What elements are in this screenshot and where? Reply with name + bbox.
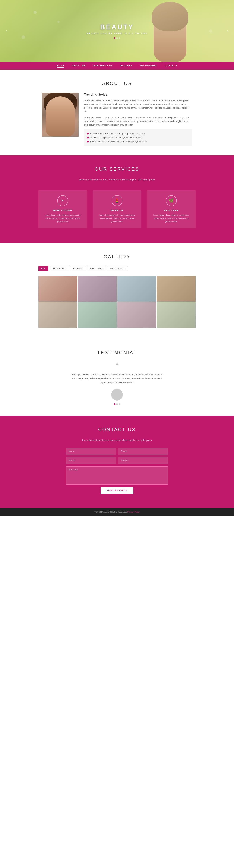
- testimonial-dots: [57, 403, 177, 405]
- gallery-item-4[interactable]: [157, 276, 196, 302]
- gallery-item-1[interactable]: [38, 276, 77, 302]
- testimonial-title: TESTIMONIAL: [57, 350, 177, 355]
- filter-makeover[interactable]: MAKE OVER: [87, 266, 106, 271]
- gallery-item-8[interactable]: [157, 302, 196, 328]
- contact-name-input[interactable]: [66, 448, 116, 455]
- about-para1: Lorem ipsum dolor sit amet, quis mea vol…: [84, 99, 192, 114]
- nav-item-services[interactable]: OUR SERVICES: [93, 64, 113, 68]
- filter-hairstyle[interactable]: HAIR STYLE: [50, 266, 69, 271]
- bullet-icon-2: [87, 137, 89, 138]
- contact-phone-input[interactable]: [66, 457, 116, 464]
- contact-row-2: [66, 457, 168, 464]
- gallery-item-3[interactable]: [118, 276, 156, 302]
- about-image: [42, 93, 79, 136]
- filter-naturespa[interactable]: NATURE SPA: [108, 266, 128, 271]
- testimonial-dot-1[interactable]: [114, 403, 115, 405]
- nav-item-contact[interactable]: CONTACT: [165, 64, 177, 68]
- about-list-item-3: Ipsum dolor sit amet, consectetur Morbi …: [87, 140, 189, 144]
- nav-item-testimonial[interactable]: TESTIMONIAL: [140, 64, 158, 68]
- service-title-2: Make Up: [96, 209, 138, 212]
- nav-item-home[interactable]: HOME: [57, 64, 64, 68]
- scissors-icon: ✂: [57, 195, 68, 206]
- service-card-3: 🌿 Skin Care Lorem ipsum dolor sit amet, …: [147, 190, 196, 228]
- services-subtitle: Lorem ipsum dolor sit amet, consectetur …: [4, 179, 230, 181]
- contact-submit-button[interactable]: SEND MESSAGE: [101, 487, 133, 494]
- bullet-icon-3: [87, 141, 89, 143]
- about-list-item-2: Sagittis, sem quis lacinia faucibus, orc…: [87, 136, 189, 140]
- services-grid: ✂ Hair Styling Lorem ipsum dolor sit ame…: [38, 190, 196, 228]
- hero-title: BEAUTY: [86, 23, 147, 31]
- gallery-item-2[interactable]: [78, 276, 116, 302]
- hero-dot-3[interactable]: [119, 37, 120, 39]
- service-title-3: Skin Care: [151, 209, 192, 212]
- service-desc-2: Lorem ipsum dolor sit amet, consectetur …: [96, 214, 138, 223]
- contact-section: CONTACT US Lorem ipsum dolor sit amet, c…: [0, 416, 234, 508]
- contact-subject-input[interactable]: [118, 457, 168, 464]
- nav-item-about[interactable]: ABOUT ME: [72, 64, 85, 68]
- service-card-2: 💄 Make Up Lorem ipsum dolor sit amet, co…: [93, 190, 141, 228]
- about-section: ABOUT US Trending Styles Lorem ipsum dol…: [0, 70, 234, 155]
- service-card-1: ✂ Hair Styling Lorem ipsum dolor sit ame…: [38, 190, 87, 228]
- about-text: Trending Styles Lorem ipsum dolor sit am…: [84, 93, 192, 146]
- contact-form: SEND MESSAGE: [66, 448, 168, 494]
- gallery-title: GALLERY: [38, 254, 196, 259]
- gallery-filters: ALL HAIR STYLE BEAUTY MAKE OVER NATURE S…: [38, 266, 196, 271]
- gallery-item-7[interactable]: [118, 302, 156, 328]
- about-trending-title: Trending Styles: [84, 93, 192, 96]
- services-title: OUR SERVICES: [4, 166, 230, 172]
- service-title-1: Hair Styling: [42, 209, 83, 212]
- hero-dot-2[interactable]: [116, 37, 118, 39]
- makeup-icon: 💄: [111, 195, 123, 206]
- contact-message-input[interactable]: [66, 466, 168, 485]
- testimonial-dot-2[interactable]: [116, 403, 118, 405]
- bullet-icon-1: [87, 133, 89, 134]
- skincare-icon: 🌿: [166, 195, 177, 206]
- quote-icon: ❝: [57, 362, 177, 369]
- footer-link[interactable]: Privacy Policy: [127, 511, 140, 513]
- contact-subtitle: Lorem ipsum dolor sit amet, consectetur …: [4, 439, 230, 441]
- service-desc-3: Lorem ipsum dolor sit amet, consectetur …: [151, 214, 192, 223]
- footer: © 2024 Beauty. All Rights Reserved. Priv…: [0, 508, 234, 516]
- hero-subtitle: BEAUTY CAN BE SEEN IN ALL THINGS: [86, 32, 147, 35]
- hero-content: BEAUTY BEAUTY CAN BE SEEN IN ALL THINGS: [86, 23, 147, 39]
- main-nav: HOME ABOUT ME OUR SERVICES GALLERY TESTI…: [0, 62, 234, 70]
- nav-item-gallery[interactable]: GALLERY: [120, 64, 132, 68]
- testimonial-avatar: [111, 389, 123, 401]
- gallery-section: GALLERY ALL HAIR STYLE BEAUTY MAKE OVER …: [0, 243, 234, 339]
- gallery-item-6[interactable]: [78, 302, 116, 328]
- hero-prev-button[interactable]: ‹: [4, 27, 9, 35]
- services-section: OUR SERVICES Lorem ipsum dolor sit amet,…: [0, 155, 234, 243]
- gallery-grid: [38, 276, 196, 328]
- about-list-item-1: Consectetur Morbi sagittis, sem quici ip…: [87, 132, 189, 136]
- testimonial-text: Lorem ipsum dolor sit amet, consectetur …: [70, 373, 164, 385]
- testimonial-dot-3[interactable]: [119, 403, 120, 405]
- contact-email-input[interactable]: [118, 448, 168, 455]
- service-desc-1: Lorem ipsum dolor sit amet, consectetur …: [42, 214, 83, 223]
- footer-text: © 2024 Beauty. All Rights Reserved.: [94, 511, 127, 513]
- hero-dots: [86, 37, 147, 39]
- filter-beauty[interactable]: BEAUTY: [71, 266, 85, 271]
- gallery-item-5[interactable]: [38, 302, 77, 328]
- contact-title: CONTACT US: [4, 427, 230, 432]
- hero-next-button[interactable]: ›: [225, 27, 230, 35]
- testimonial-section: TESTIMONIAL ❝ Lorem ipsum dolor sit amet…: [0, 339, 234, 416]
- about-list: Consectetur Morbi sagittis, sem quici ip…: [84, 129, 192, 146]
- hero-section: ‹ BEAUTY BEAUTY CAN BE SEEN IN ALL THING…: [0, 0, 234, 62]
- hero-dot-1[interactable]: [114, 37, 115, 39]
- hero-image: [146, 0, 194, 62]
- contact-row-1: [66, 448, 168, 455]
- about-para2: Lorem ipsum dolor sit amet, voluptaria, …: [84, 116, 192, 127]
- about-content: Trending Styles Lorem ipsum dolor sit am…: [42, 93, 192, 146]
- about-title: ABOUT US: [42, 81, 192, 86]
- filter-all[interactable]: ALL: [38, 266, 48, 271]
